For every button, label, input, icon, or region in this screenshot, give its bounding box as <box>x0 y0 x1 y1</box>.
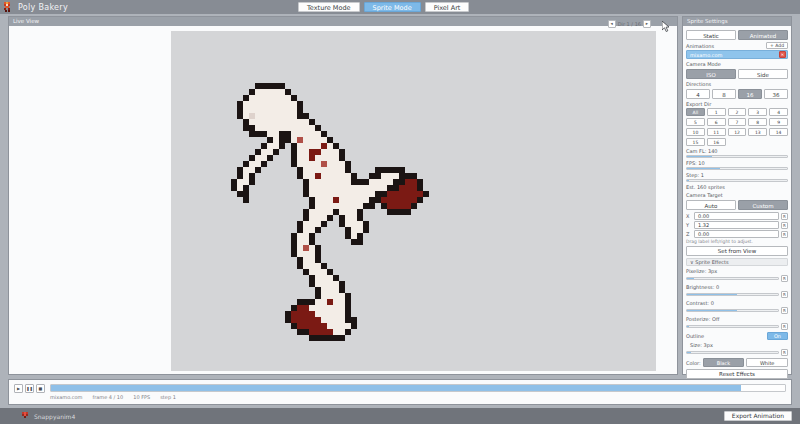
chevron-down-icon: ∨ <box>690 259 694 265</box>
coord-z-input[interactable]: 0.00 <box>694 230 779 238</box>
animations-label: Animations <box>686 43 714 49</box>
tab-texture-mode[interactable]: Texture Mode <box>298 2 360 12</box>
fps-slider[interactable] <box>686 167 788 170</box>
outline-color-black-button[interactable]: Black <box>703 358 745 367</box>
dir-prev-button[interactable]: ◂ <box>608 20 616 28</box>
coord-z-reset-button[interactable]: R <box>781 231 788 238</box>
sprite-estimate: Est. 160 sprites <box>686 184 788 190</box>
outline-toggle-button[interactable]: On <box>767 332 788 340</box>
username: Snappyanim4 <box>34 413 75 420</box>
pause-button[interactable]: ❚❚ <box>25 384 34 393</box>
outline-size-slider[interactable] <box>686 351 779 354</box>
export-dir-14-button[interactable]: 14 <box>769 128 788 136</box>
contrast-reset-button[interactable]: R <box>781 307 788 314</box>
set-from-view-button[interactable]: Set from View <box>686 246 788 256</box>
direction-control: ◂ Dir 1 / 16 ▸ <box>608 20 651 28</box>
dir-next-button[interactable]: ▸ <box>643 20 651 28</box>
app-title: Poly Bakery <box>18 3 68 12</box>
playback-clip-name: mixamo.com <box>50 394 82 400</box>
export-dir-12-button[interactable]: 12 <box>728 128 747 136</box>
coord-y-reset-button[interactable]: R <box>781 222 788 229</box>
timeline-progress <box>51 385 741 391</box>
cam-fl-slider[interactable] <box>686 155 788 158</box>
render-artboard[interactable] <box>171 31 656 371</box>
export-dir-16-button[interactable]: 16 <box>707 138 726 146</box>
sprite-effects-label: Sprite Effects <box>695 259 728 265</box>
sprite-effects-header[interactable]: ∨ Sprite Effects <box>686 258 788 266</box>
coord-y-input[interactable]: 1.32 <box>694 221 779 229</box>
playback-step: step 1 <box>160 394 176 400</box>
user-avatar-icon <box>22 412 29 420</box>
posterize-reset-button[interactable]: R <box>781 323 788 330</box>
camera-target-custom-button[interactable]: Custom <box>738 200 788 210</box>
export-dir-3-button[interactable]: 3 <box>748 108 767 116</box>
brightness-label[interactable]: Brightness: 0 <box>686 284 788 290</box>
export-dir-all-button[interactable]: All <box>686 108 705 116</box>
contrast-label[interactable]: Contrast: 0 <box>686 300 788 306</box>
pixelize-label[interactable]: Pixelize: 3px <box>686 268 788 274</box>
outline-size-reset-button[interactable]: R <box>781 349 788 356</box>
outline-size-label[interactable]: Size: 3px <box>690 342 788 348</box>
timeline-scrubber[interactable] <box>50 384 786 392</box>
export-dir-5-button[interactable]: 5 <box>686 118 705 126</box>
mode-tabs: Texture Mode Sprite Mode Pixel Art <box>298 2 469 12</box>
app-logo-icon <box>4 2 13 12</box>
tab-sprite-mode[interactable]: Sprite Mode <box>364 2 421 12</box>
export-dir-10-button[interactable]: 10 <box>686 128 705 136</box>
animation-list-item[interactable]: mixamo.com ✕ <box>686 50 788 59</box>
coord-z-label[interactable]: Z <box>686 231 692 237</box>
export-dir-1-button[interactable]: 1 <box>707 108 726 116</box>
pixelize-slider[interactable] <box>686 277 779 280</box>
export-dir-13-button[interactable]: 13 <box>748 128 767 136</box>
static-button[interactable]: Static <box>686 30 736 40</box>
posterize-label[interactable]: Posterize: Off <box>686 316 788 322</box>
animation-name: mixamo.com <box>687 52 779 58</box>
pixelize-reset-button[interactable]: R <box>781 275 788 282</box>
directions-16-button[interactable]: 16 <box>738 89 762 99</box>
outline-label: Outline <box>686 333 704 339</box>
camera-target-label: Camera Target <box>686 192 788 198</box>
export-dir-8-button[interactable]: 8 <box>748 118 767 126</box>
drag-hint: Drag label left/right to adjust. <box>686 239 788 244</box>
animated-button[interactable]: Animated <box>738 30 788 40</box>
tab-pixel-art[interactable]: Pixel Art <box>425 2 470 12</box>
brightness-reset-button[interactable]: R <box>781 291 788 298</box>
step-slider[interactable] <box>686 179 788 182</box>
playback-frame: frame 4 / 10 <box>92 394 123 400</box>
play-button[interactable]: ▶ <box>14 384 23 393</box>
coord-x-input[interactable]: 0.00 <box>694 212 779 220</box>
playback-bar: ▶ ❚❚ ■ mixamo.com frame 4 / 10 10 FPS st… <box>8 379 792 405</box>
export-dir-6-button[interactable]: 6 <box>707 118 726 126</box>
export-dir-label: Export Dir <box>686 101 788 107</box>
export-dir-11-button[interactable]: 11 <box>707 128 726 136</box>
outline-color-white-button[interactable]: White <box>746 358 788 367</box>
add-animation-button[interactable]: + Add <box>766 42 788 49</box>
stop-button[interactable]: ■ <box>36 384 45 393</box>
brightness-slider[interactable] <box>686 293 779 296</box>
export-dir-2-button[interactable]: 2 <box>728 108 747 116</box>
camera-mode-side-button[interactable]: Side <box>738 69 788 79</box>
posterize-slider[interactable] <box>686 325 779 328</box>
directions-4-button[interactable]: 4 <box>686 89 710 99</box>
camera-mode-iso-button[interactable]: ISO <box>686 69 736 79</box>
export-dir-9-button[interactable]: 9 <box>769 118 788 126</box>
camera-target-auto-button[interactable]: Auto <box>686 200 736 210</box>
live-view-panel: Live View ◂ Dir 1 / 16 ▸ <box>8 16 678 375</box>
directions-8-button[interactable]: 8 <box>712 89 736 99</box>
export-dir-7-button[interactable]: 7 <box>728 118 747 126</box>
reset-effects-button[interactable]: Reset Effects <box>686 369 788 379</box>
contrast-slider[interactable] <box>686 309 779 312</box>
delete-animation-button[interactable]: ✕ <box>779 51 786 58</box>
export-dir-15-button[interactable]: 15 <box>686 138 705 146</box>
coord-x-label[interactable]: X <box>686 213 692 219</box>
step-label: Step: 1 <box>686 172 788 178</box>
export-dir-4-button[interactable]: 4 <box>769 108 788 116</box>
sprite-settings-panel: Sprite Settings Static Animated Animatio… <box>682 16 792 375</box>
coord-y-label[interactable]: Y <box>686 222 692 228</box>
sprite-settings-title: Sprite Settings <box>683 17 791 26</box>
coord-x-reset-button[interactable]: R <box>781 213 788 220</box>
playback-fps: 10 FPS <box>133 394 150 400</box>
export-dir-grid: All 1 2 3 4 5 6 7 8 9 10 11 12 13 14 15 … <box>686 108 788 146</box>
directions-36-button[interactable]: 36 <box>764 89 788 99</box>
export-animation-button[interactable]: Export Animation <box>724 411 792 421</box>
